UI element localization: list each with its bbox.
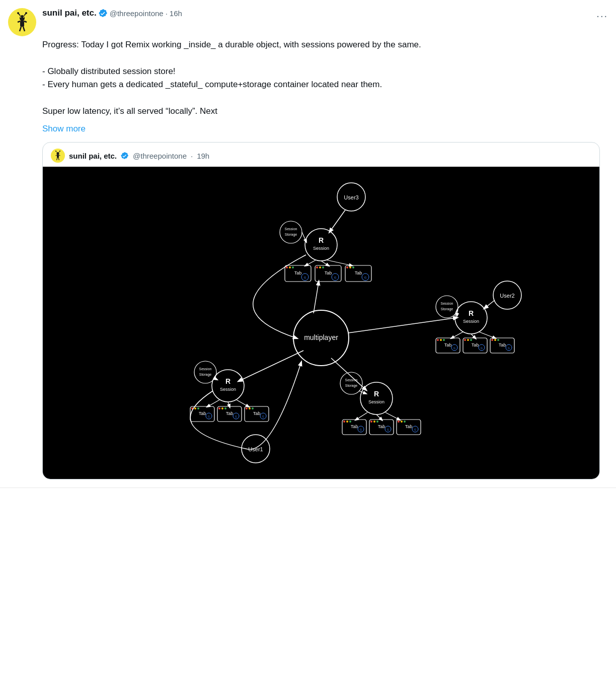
svg-point-110 — [197, 407, 199, 409]
svg-point-124 — [252, 407, 254, 409]
svg-point-148 — [373, 421, 375, 423]
svg-point-117 — [224, 407, 226, 409]
svg-point-8 — [23, 17, 24, 18]
svg-text:Tab: Tab — [405, 424, 413, 429]
avatar-image — [10, 10, 34, 34]
svg-point-76 — [443, 339, 445, 341]
svg-text:G: G — [414, 428, 416, 431]
svg-text:R: R — [319, 236, 324, 244]
svg-point-12 — [25, 12, 27, 14]
svg-text:G: G — [235, 415, 237, 418]
svg-point-83 — [470, 339, 472, 341]
svg-point-74 — [437, 339, 439, 341]
svg-text:G: G — [453, 347, 455, 350]
svg-point-82 — [467, 339, 469, 341]
tweet-line2: - Globally distributed session store! — [42, 66, 176, 76]
svg-text:R: R — [225, 377, 230, 385]
svg-point-11 — [17, 12, 19, 14]
quoted-avatar-image — [52, 150, 64, 162]
svg-point-23 — [59, 151, 60, 152]
svg-point-140 — [343, 421, 345, 423]
svg-point-75 — [440, 339, 442, 341]
svg-text:Tab: Tab — [294, 270, 302, 275]
svg-point-109 — [194, 407, 196, 409]
svg-text:User3: User3 — [344, 194, 358, 200]
svg-text:Storage: Storage — [285, 233, 297, 237]
svg-point-1 — [20, 15, 25, 21]
svg-text:Session: Session — [463, 319, 479, 324]
svg-point-22 — [55, 151, 56, 152]
svg-rect-15 — [57, 155, 59, 158]
svg-text:G: G — [208, 415, 210, 418]
tweet-line1: Progress: Today I got Remix working _ins… — [42, 40, 421, 49]
svg-text:G: G — [334, 276, 337, 279]
svg-text:multiplayer: multiplayer — [304, 333, 338, 341]
svg-text:User2: User2 — [500, 293, 514, 299]
svg-point-115 — [218, 407, 220, 409]
svg-text:Tab: Tab — [499, 342, 506, 348]
svg-text:Session: Session — [220, 387, 236, 392]
svg-text:Session: Session — [285, 227, 297, 231]
svg-text:Tab: Tab — [355, 270, 362, 275]
tweet-container: sunil pai, etc. @threepointone · 16h ...… — [0, 0, 616, 488]
quoted-tweet[interactable]: sunil pai, etc. @threepointone · 19h mul… — [42, 142, 600, 479]
quoted-separator: · — [191, 152, 193, 160]
svg-text:Session: Session — [368, 399, 384, 404]
svg-point-46 — [316, 266, 318, 268]
svg-text:Storage: Storage — [199, 373, 212, 377]
svg-point-154 — [398, 421, 400, 423]
svg-text:Tab: Tab — [472, 342, 479, 348]
svg-text:Storage: Storage — [345, 384, 358, 388]
tweet-text: Progress: Today I got Remix working _ins… — [42, 38, 600, 118]
svg-point-55 — [352, 266, 354, 268]
svg-point-48 — [322, 266, 324, 268]
svg-text:Tab: Tab — [253, 411, 261, 416]
show-more-link[interactable]: Show more — [42, 124, 600, 134]
svg-point-54 — [349, 266, 351, 268]
svg-text:G: G — [360, 428, 362, 431]
svg-text:R: R — [374, 390, 379, 398]
svg-text:R: R — [469, 309, 474, 317]
svg-text:Tab: Tab — [444, 342, 452, 348]
svg-point-89 — [494, 339, 496, 341]
svg-text:G: G — [508, 347, 510, 350]
svg-point-81 — [464, 339, 466, 341]
svg-text:Tab: Tab — [325, 270, 332, 275]
svg-text:Tab: Tab — [226, 411, 234, 416]
svg-point-123 — [249, 407, 251, 409]
timestamp: 16h — [170, 9, 182, 18]
avatar[interactable] — [8, 8, 36, 36]
svg-text:Tab: Tab — [378, 424, 386, 429]
quoted-username: @threepointone — [133, 152, 187, 160]
svg-point-149 — [376, 421, 378, 423]
verified-icon — [99, 9, 108, 18]
svg-point-53 — [346, 266, 348, 268]
svg-point-14 — [57, 152, 59, 155]
display-name[interactable]: sunil pai, etc. — [42, 8, 97, 18]
svg-text:Tab: Tab — [351, 424, 358, 429]
quoted-display-name: sunil pai, etc. — [69, 152, 117, 160]
svg-text:Session: Session — [199, 367, 212, 371]
svg-point-156 — [404, 421, 406, 423]
svg-text:G: G — [481, 347, 483, 350]
svg-text:Storage: Storage — [441, 307, 453, 311]
svg-text:Session: Session — [441, 302, 453, 305]
svg-rect-2 — [20, 21, 24, 27]
svg-text:G: G — [262, 415, 264, 418]
svg-point-90 — [497, 339, 499, 341]
more-options-button[interactable]: ... — [596, 8, 608, 20]
username[interactable]: @threepointone — [110, 9, 164, 18]
svg-point-41 — [292, 266, 294, 268]
quoted-verified-icon — [121, 152, 129, 160]
quoted-avatar — [51, 149, 65, 163]
svg-point-147 — [370, 421, 372, 423]
svg-point-142 — [349, 421, 351, 423]
quoted-image-diagram[interactable]: multiplayer User3 Session Storage R Sess… — [43, 167, 599, 479]
svg-text:G: G — [364, 276, 367, 279]
svg-text:G: G — [387, 428, 389, 431]
svg-point-47 — [319, 266, 321, 268]
svg-text:Tab: Tab — [199, 411, 206, 416]
quoted-timestamp: 19h — [197, 152, 209, 160]
architecture-diagram: multiplayer User3 Session Storage R Sess… — [43, 167, 599, 479]
svg-point-39 — [286, 266, 288, 268]
